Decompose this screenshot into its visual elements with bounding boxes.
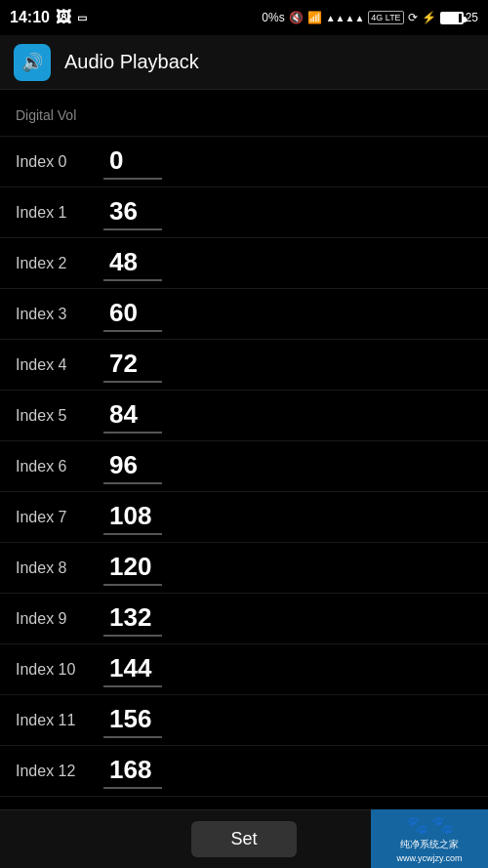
set-button[interactable]: Set	[191, 821, 296, 857]
status-bar-left: 14:10 🖼 ▭	[10, 9, 87, 26]
watermark-logo: 🐾 🐾	[406, 814, 453, 836]
app-title: Audio Playback	[64, 51, 199, 73]
item-value-6: 96	[109, 450, 138, 479]
status-time: 14:10	[10, 9, 50, 26]
battery-icon	[440, 12, 464, 24]
list-item: Index 12 168	[0, 746, 488, 797]
item-value-11: 156	[109, 704, 151, 733]
item-value-box-4: 72	[103, 347, 162, 383]
item-label-9: Index 9	[16, 610, 103, 628]
list-item: Index 10 144	[0, 644, 488, 695]
list-item: Index 8 120	[0, 543, 488, 594]
list-item: Index 9 132	[0, 594, 488, 644]
item-label-12: Index 12	[16, 763, 103, 780]
item-value-5: 84	[109, 399, 138, 429]
list-item: Index 0 0	[0, 137, 488, 187]
app-icon-symbol: 🔊	[21, 52, 43, 73]
partial-item-label: Digital Vol	[16, 107, 103, 123]
item-value-12: 168	[109, 755, 151, 784]
list-item: Index 3 60	[0, 289, 488, 340]
app-header: 🔊 Audio Playback	[0, 35, 488, 90]
item-value-7: 108	[109, 501, 151, 530]
item-label-7: Index 7	[16, 509, 103, 526]
list-item: Index 1 36	[0, 187, 488, 238]
status-bar-right: 0%s 🔇 📶 ▲▲▲▲ 4G LTE ⟳ ⚡ 25	[262, 11, 478, 24]
sync-icon: ⟳	[408, 11, 418, 24]
item-value-box-10: 144	[103, 651, 162, 687]
item-label-11: Index 11	[16, 712, 103, 729]
list-item: Index 4 72	[0, 340, 488, 391]
list-item: Index 11 156	[0, 695, 488, 746]
list-item: Index 13 180	[0, 797, 488, 809]
item-value-3: 60	[109, 298, 138, 327]
watermark-text-2: www.ycwjzy.com	[397, 853, 463, 863]
notification-icon: ▭	[77, 12, 87, 24]
item-label-1: Index 1	[16, 204, 103, 222]
item-value-box-3: 60	[103, 296, 162, 332]
item-value-8: 120	[109, 552, 151, 581]
item-value-box-12: 168	[103, 753, 162, 789]
list-item: Index 5 84	[0, 391, 488, 441]
watermark-text-1: 纯净系统之家	[400, 838, 459, 851]
item-value-box-1: 36	[103, 194, 162, 230]
item-value-box-2: 48	[103, 245, 162, 281]
partial-item: Digital Vol	[0, 94, 488, 137]
item-label-4: Index 4	[16, 356, 103, 374]
bottom-bar: Set 🐾 🐾 纯净系统之家 www.ycwjzy.com	[0, 809, 488, 868]
item-label-3: Index 3	[16, 306, 103, 323]
item-label-2: Index 2	[16, 255, 103, 272]
item-value-9: 132	[109, 602, 151, 632]
image-icon: 🖼	[56, 9, 71, 26]
scroll-area[interactable]: Digital Vol Index 0 0 Index 1 36 Index 2…	[0, 90, 488, 809]
signal-icon: ▲▲▲▲	[326, 13, 365, 23]
status-bar: 14:10 🖼 ▭ 0%s 🔇 📶 ▲▲▲▲ 4G LTE ⟳ ⚡ 25	[0, 0, 488, 35]
list-item: Index 7 108	[0, 492, 488, 543]
app-icon: 🔊	[14, 44, 51, 81]
item-value-box-5: 84	[103, 397, 162, 434]
battery-percent: 25	[466, 11, 478, 24]
item-value-box-9: 132	[103, 600, 162, 637]
item-label-8: Index 8	[16, 559, 103, 577]
item-label-0: Index 0	[16, 153, 103, 171]
volume-icon: 🔇	[289, 11, 304, 24]
item-label-6: Index 6	[16, 458, 103, 475]
item-value-box-8: 120	[103, 550, 162, 586]
charge-icon: ⚡	[422, 11, 436, 24]
item-label-10: Index 10	[16, 661, 103, 679]
lte-badge: 4G LTE	[368, 11, 403, 24]
list-item: Index 6 96	[0, 441, 488, 492]
battery-container: 25	[440, 11, 478, 24]
item-value-0: 0	[109, 145, 123, 175]
network-text: 0%s	[262, 11, 284, 24]
item-value-box-0: 0	[103, 144, 162, 180]
item-value-2: 48	[109, 247, 138, 276]
item-value-4: 72	[109, 349, 138, 378]
item-value-box-6: 96	[103, 448, 162, 484]
item-value-box-7: 108	[103, 499, 162, 535]
watermark: 🐾 🐾 纯净系统之家 www.ycwjzy.com	[371, 809, 488, 868]
list-item: Index 2 48	[0, 238, 488, 289]
item-value-box-11: 156	[103, 702, 162, 738]
item-label-5: Index 5	[16, 407, 103, 425]
wifi-icon: 📶	[307, 11, 322, 24]
item-value-10: 144	[109, 653, 151, 682]
item-value-1: 36	[109, 196, 138, 226]
